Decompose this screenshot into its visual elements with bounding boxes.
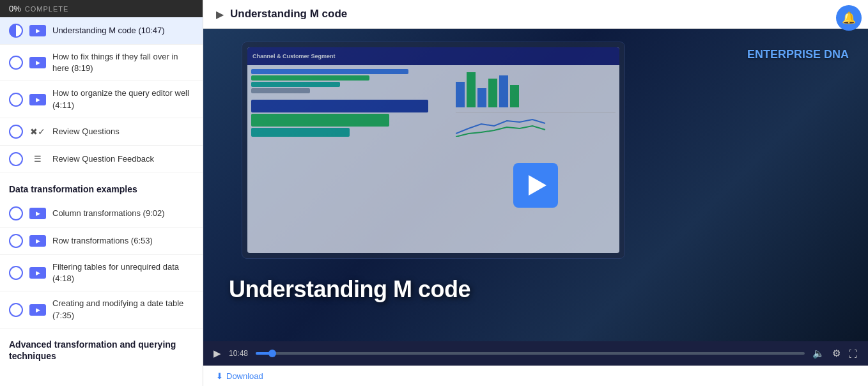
progress-circle-empty xyxy=(9,125,23,139)
enterprise-logo: ENTERPRISE DNA xyxy=(747,48,849,61)
video-title-overlay: Understanding M code xyxy=(229,276,470,303)
video-icon: ▶ xyxy=(29,208,46,219)
progress-circle-empty xyxy=(9,206,23,220)
dashboard-header-text: Channel & Customer Segment xyxy=(252,53,336,59)
video-header-icon: ▶ xyxy=(216,8,224,20)
sidebar-item-row-transformations[interactable]: ▶ Row transformations (6:53) xyxy=(0,228,203,255)
bar-group-1 xyxy=(251,69,448,93)
video-icon: ▶ xyxy=(29,94,46,105)
progress-percent: 0% xyxy=(9,4,21,13)
sidebar-item-label: Row transformations (6:53) xyxy=(52,235,194,247)
quiz-icon: ✖✓ xyxy=(29,126,46,137)
sidebar-item-label: Filtering tables for unrequired data (4:… xyxy=(52,261,194,284)
line-chart-svg xyxy=(456,114,616,137)
progress-circle-empty xyxy=(9,93,23,107)
progress-circle-empty xyxy=(9,234,23,248)
dashboard-header: Channel & Customer Segment xyxy=(247,47,619,65)
enterprise-logo-accent: DNA xyxy=(821,48,849,61)
progress-label: COMPLETE xyxy=(25,5,69,13)
sidebar-item-understanding-m-code[interactable]: ▶ Understanding M code (10:47) xyxy=(0,17,203,45)
sidebar: 0% COMPLETE ▶ Understanding M code (10:4… xyxy=(0,0,203,386)
chart-bar xyxy=(499,75,508,107)
chart-bar xyxy=(488,79,497,107)
video-icon: ▶ xyxy=(29,57,46,68)
sidebar-item-organize-query[interactable]: ▶ How to organize the query editor well … xyxy=(0,81,203,118)
bar xyxy=(251,88,310,93)
video-icon: ▶ xyxy=(29,267,46,279)
progress-circle-empty xyxy=(9,266,23,280)
download-label: Download xyxy=(226,371,263,381)
bar xyxy=(251,114,389,127)
play-pause-button[interactable]: ▶ xyxy=(213,348,221,359)
chart-bar xyxy=(467,72,476,107)
video-progress-dot xyxy=(268,350,276,357)
video-icon: ▶ xyxy=(29,25,46,36)
dashboard-left xyxy=(247,65,452,253)
progress-circle-empty xyxy=(9,56,23,70)
sidebar-item-label: Column transformations (9:02) xyxy=(52,208,194,219)
progress-circle-half xyxy=(9,24,23,38)
sidebar-item-label: Understanding M code (10:47) xyxy=(52,25,194,36)
sidebar-item-fix-things[interactable]: ▶ How to fix things if they fall over in… xyxy=(0,45,203,81)
progress-bar-container: 0% COMPLETE xyxy=(0,0,203,17)
laptop-mock: Channel & Customer Segment xyxy=(242,42,625,259)
sidebar-item-label: How to organize the query editor well (4… xyxy=(52,88,194,111)
content-title: Understanding M code xyxy=(230,8,347,20)
chart-bars xyxy=(456,69,616,107)
video-icon: ▶ xyxy=(29,304,46,316)
list-icon: ☰ xyxy=(29,153,46,165)
dashboard-right xyxy=(452,65,619,253)
progress-circle-empty xyxy=(9,152,23,166)
notification-button[interactable]: 🔔 xyxy=(836,5,862,31)
sidebar-item-label: Creating and modifying a date table (7:3… xyxy=(52,298,194,321)
sidebar-item-review-questions[interactable]: ✖✓ Review Questions xyxy=(0,118,203,146)
bar xyxy=(251,69,408,74)
download-icon: ⬇ xyxy=(216,371,223,381)
chart-line-area xyxy=(456,112,616,138)
download-bar: ⬇ Download xyxy=(203,366,868,386)
fullscreen-button[interactable]: ⛶ xyxy=(848,348,858,359)
sidebar-item-date-table[interactable]: ▶ Creating and modifying a date table (7… xyxy=(0,291,203,328)
bar xyxy=(251,82,340,87)
volume-button[interactable]: 🔈 xyxy=(812,348,825,359)
video-controls: ▶ 10:48 🔈 ⚙ ⛶ xyxy=(203,341,868,366)
video-progress-track[interactable] xyxy=(256,352,805,355)
video-icon: ▶ xyxy=(29,235,46,247)
download-link[interactable]: ⬇ Download xyxy=(216,371,263,381)
sidebar-item-column-transformations[interactable]: ▶ Column transformations (9:02) xyxy=(0,200,203,228)
bar xyxy=(251,100,428,112)
sidebar-item-label: How to fix things if they fall over in h… xyxy=(52,51,194,74)
bar xyxy=(251,75,369,81)
chart-bar xyxy=(477,88,486,107)
sidebar-item-label: Review Question Feedback xyxy=(52,153,194,165)
video-container: Channel & Customer Segment xyxy=(203,29,868,366)
section-header-advanced: Advanced transformation and querying tec… xyxy=(0,328,203,367)
content-header: ▶ Understanding M code xyxy=(203,0,868,29)
sidebar-item-review-feedback[interactable]: ☰ Review Question Feedback xyxy=(0,146,203,173)
section-header-data-transformation: Data transformation examples xyxy=(0,173,203,200)
bar-group-2 xyxy=(251,100,448,137)
dashboard-body xyxy=(247,65,619,253)
play-button[interactable] xyxy=(513,163,558,208)
bar xyxy=(251,128,350,137)
enterprise-logo-main: ENTERPRISE xyxy=(747,48,821,61)
sidebar-item-filtering-tables[interactable]: ▶ Filtering tables for unrequired data (… xyxy=(0,255,203,291)
play-triangle-icon xyxy=(529,175,546,196)
settings-button[interactable]: ⚙ xyxy=(832,348,841,359)
video-thumbnail[interactable]: Channel & Customer Segment xyxy=(203,29,868,341)
laptop-screen: Channel & Customer Segment xyxy=(247,47,619,253)
progress-circle-empty xyxy=(9,303,23,317)
chart-bar xyxy=(456,82,465,107)
time-display: 10:48 xyxy=(229,349,248,358)
main-content: 🔔 ▶ Understanding M code Channel & Custo… xyxy=(203,0,868,386)
chart-bar xyxy=(510,85,519,107)
sidebar-item-label: Review Questions xyxy=(52,126,194,137)
